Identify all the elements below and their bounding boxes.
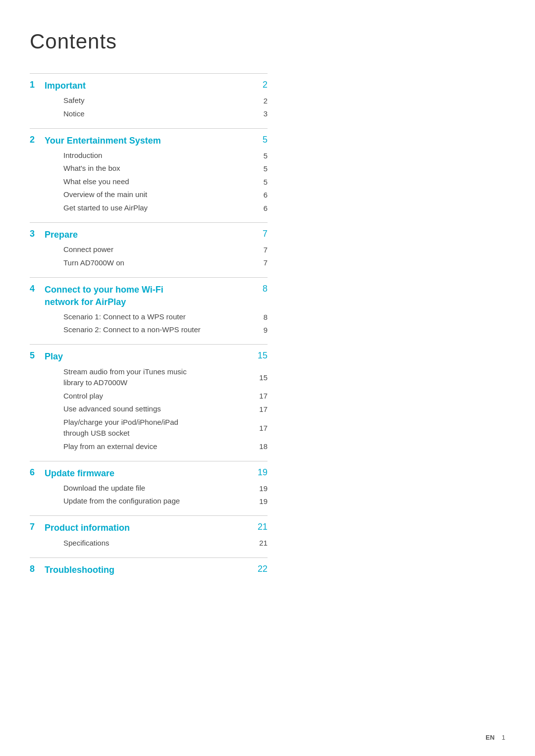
sub-row: Get started to use AirPlay6 — [30, 202, 268, 215]
sub-row: Use advanced sound settings17 — [30, 403, 268, 416]
section-num: 3 — [30, 222, 45, 243]
section-page: 2 — [254, 74, 268, 95]
sub-title: Safety — [45, 94, 254, 107]
footer-page: 1 — [502, 734, 505, 741]
sub-page: 5 — [254, 149, 268, 162]
section-title: Update firmware — [45, 461, 254, 482]
sub-title: Scenario 1: Connect to a WPS router — [45, 310, 254, 324]
spacer-row — [30, 578, 268, 586]
page-title: Contents — [30, 30, 268, 53]
sub-page: 17 — [254, 416, 268, 440]
spacer-row — [30, 550, 268, 557]
sub-row: Stream audio from your iTunes music libr… — [30, 365, 268, 390]
section-num: 7 — [30, 516, 45, 537]
sub-title: Update from the configuration page — [45, 495, 254, 508]
spacer-row — [30, 269, 268, 277]
section-title: Important — [45, 74, 254, 95]
sub-row: Play/charge your iPod/iPhone/iPad throug… — [30, 416, 268, 440]
section-title: Prepare — [45, 222, 254, 243]
sub-title: Scenario 2: Connect to a non-WPS router — [45, 323, 254, 337]
section-num: 2 — [30, 128, 45, 149]
sub-title: Control play — [45, 390, 254, 403]
section-num: 1 — [30, 74, 45, 95]
sub-page: 15 — [254, 365, 268, 390]
sub-title: Get started to use AirPlay — [45, 202, 254, 215]
sub-page: 8 — [254, 310, 268, 324]
spacer-row — [30, 453, 268, 461]
section-page: 7 — [254, 222, 268, 243]
section-title: Troubleshooting — [45, 557, 254, 578]
spacer-row — [30, 120, 268, 128]
sub-title: Use advanced sound settings — [45, 403, 254, 416]
section-row: 1Important2 — [30, 74, 268, 95]
sub-row: Scenario 2: Connect to a non-WPS router9 — [30, 323, 268, 337]
section-num: 8 — [30, 557, 45, 578]
sub-page: 7 — [254, 243, 268, 256]
sub-page: 19 — [254, 482, 268, 495]
sub-title: What's in the box — [45, 162, 254, 175]
sub-page: 5 — [254, 162, 268, 175]
sub-title: Introduction — [45, 149, 254, 162]
sub-title: Turn AD7000W on — [45, 256, 254, 270]
section-title: Connect to your home Wi-Finetwork for Ai… — [45, 277, 254, 310]
sub-row: Download the update file19 — [30, 482, 268, 495]
sub-page: 17 — [254, 403, 268, 416]
section-page: 21 — [254, 516, 268, 537]
sub-title: Notice — [45, 107, 254, 121]
sub-title: Download the update file — [45, 482, 254, 495]
section-row: 6Update firmware19 — [30, 461, 268, 482]
sub-row: Connect power7 — [30, 243, 268, 256]
section-page: 19 — [254, 461, 268, 482]
section-row: 5Play15 — [30, 345, 268, 365]
section-row: 2Your Entertainment System5 — [30, 128, 268, 149]
sub-title: Specifications — [45, 537, 254, 550]
sub-page: 5 — [254, 175, 268, 189]
sub-row: What's in the box5 — [30, 162, 268, 175]
sub-page: 3 — [254, 107, 268, 121]
sub-title: Overview of the main unit — [45, 188, 254, 202]
page-container: Contents 1Important2Safety2Notice32Your … — [0, 0, 297, 616]
section-num: 4 — [30, 277, 45, 310]
section-row: 3Prepare7 — [30, 222, 268, 243]
section-row: 7Product information21 — [30, 516, 268, 537]
sub-row: Update from the configuration page19 — [30, 495, 268, 508]
section-num: 5 — [30, 345, 45, 365]
sub-row: Safety2 — [30, 94, 268, 107]
sub-row: Specifications21 — [30, 537, 268, 550]
section-page: 15 — [254, 345, 268, 365]
section-title: Product information — [45, 516, 254, 537]
sub-title: Play from an external device — [45, 440, 254, 454]
sub-page: 21 — [254, 537, 268, 550]
sub-row: Play from an external device18 — [30, 440, 268, 454]
sub-row: Notice3 — [30, 107, 268, 121]
section-page: 22 — [254, 557, 268, 578]
spacer-row — [30, 508, 268, 516]
toc-table: 1Important2Safety2Notice32Your Entertain… — [30, 73, 268, 586]
section-title: Play — [45, 345, 254, 365]
sub-title: Connect power — [45, 243, 254, 256]
section-title: Your Entertainment System — [45, 128, 254, 149]
sub-page: 6 — [254, 202, 268, 215]
sub-page: 7 — [254, 256, 268, 270]
sub-row: Introduction5 — [30, 149, 268, 162]
sub-row: Control play17 — [30, 390, 268, 403]
sub-title: Play/charge your iPod/iPhone/iPad throug… — [45, 416, 254, 440]
sub-page: 17 — [254, 390, 268, 403]
sub-row: What else you need5 — [30, 175, 268, 189]
sub-page: 19 — [254, 495, 268, 508]
sub-title: Stream audio from your iTunes music libr… — [45, 365, 254, 390]
spacer-row — [30, 337, 268, 345]
spacer-row — [30, 214, 268, 222]
sub-page: 18 — [254, 440, 268, 454]
section-page: 8 — [254, 277, 268, 310]
section-row: 4Connect to your home Wi-Finetwork for A… — [30, 277, 268, 310]
sub-page: 6 — [254, 188, 268, 202]
footer-lang: EN — [485, 734, 494, 741]
sub-row: Turn AD7000W on7 — [30, 256, 268, 270]
sub-page: 2 — [254, 94, 268, 107]
sub-row: Scenario 1: Connect to a WPS router8 — [30, 310, 268, 324]
section-page: 5 — [254, 128, 268, 149]
sub-page: 9 — [254, 323, 268, 337]
section-row: 8Troubleshooting22 — [30, 557, 268, 578]
sub-title: What else you need — [45, 175, 254, 189]
